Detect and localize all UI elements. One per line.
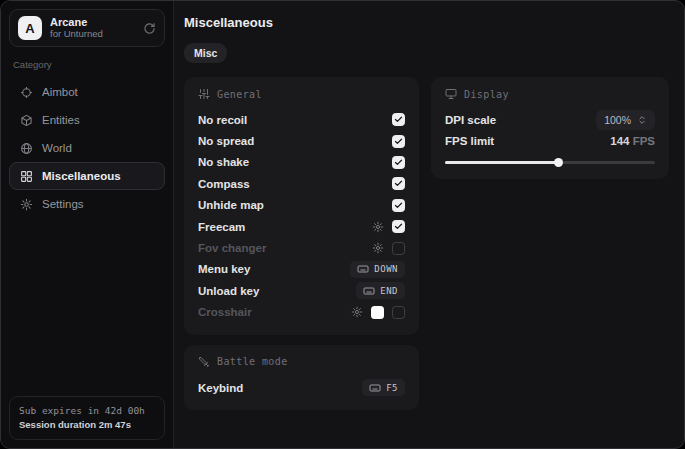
brand-card: A Arcane for Unturned [9, 9, 165, 47]
sidebar-item-label: Miscellaneous [42, 170, 121, 182]
compass-checkbox[interactable] [392, 177, 405, 190]
gear-icon [20, 198, 33, 211]
setting-row-dpi-scale: DPI scale 100% [445, 109, 655, 130]
fov-changer-config-gear-icon[interactable] [372, 242, 384, 254]
keyboard-icon [369, 382, 381, 394]
crosshair-color-swatch[interactable] [371, 306, 384, 319]
category-label: Category [13, 59, 161, 70]
globe-icon [20, 142, 33, 155]
unhide-map-checkbox[interactable] [392, 199, 405, 212]
unload-key-button[interactable]: END [356, 282, 405, 299]
slider-fill [445, 161, 558, 164]
setting-row-crosshair: Crosshair [198, 302, 405, 323]
dpi-scale-select[interactable]: 100% [596, 110, 655, 130]
setting-row-compass: Compass [198, 173, 405, 194]
app-subtitle: for Unturned [50, 29, 135, 40]
panel-display-title: Display [464, 89, 509, 100]
keyboard-icon [357, 263, 369, 275]
sidebar-item-world[interactable]: World [9, 134, 165, 162]
sidebar-item-entities[interactable]: Entities [9, 106, 165, 134]
sidebar-nav: Aimbot Entities World Miscellaneous Sett… [9, 78, 165, 218]
sidebar-item-label: World [42, 142, 72, 154]
no-recoil-checkbox[interactable] [392, 113, 405, 126]
setting-row-no-recoil: No recoil [198, 109, 405, 130]
sidebar-item-settings[interactable]: Settings [9, 190, 165, 218]
sidebar: A Arcane for Unturned Category Aimbot En… [1, 1, 174, 448]
sub-expiry-text: Sub expires in 42d 00h [19, 404, 155, 418]
sync-icon[interactable] [143, 22, 156, 35]
no-spread-checkbox[interactable] [392, 135, 405, 148]
main-content: Miscellaneous Misc General No recoil [174, 1, 684, 448]
chevron-up-down-icon [637, 115, 647, 125]
menu-key-button[interactable]: DOWN [350, 261, 405, 278]
sidebar-item-miscellaneous[interactable]: Miscellaneous [9, 162, 165, 190]
setting-row-unhide-map: Unhide map [198, 195, 405, 216]
sidebar-item-label: Aimbot [42, 86, 78, 98]
crosshair-checkbox[interactable] [392, 306, 405, 319]
app-title: Arcane [50, 16, 135, 29]
setting-row-menu-key: Menu key DOWN [198, 259, 405, 280]
freecam-config-gear-icon[interactable] [372, 221, 384, 233]
sidebar-item-aimbot[interactable]: Aimbot [9, 78, 165, 106]
panel-display: Display DPI scale 100% FPS limit 144 [431, 77, 669, 179]
setting-row-fov-changer: Fov changer [198, 237, 405, 258]
keyboard-icon [363, 285, 375, 297]
session-duration-text: Session duration 2m 47s [19, 418, 155, 432]
setting-row-freecam: Freecam [198, 216, 405, 237]
setting-row-fps-limit: FPS limit 144 FPS [445, 130, 655, 151]
no-shake-checkbox[interactable] [392, 156, 405, 169]
app-logo: A [18, 16, 42, 40]
sliders-icon [198, 88, 210, 100]
fps-limit-slider[interactable] [445, 158, 655, 167]
fov-changer-checkbox[interactable] [392, 242, 405, 255]
setting-row-keybind: Keybind F5 [198, 377, 405, 398]
sidebar-item-label: Settings [42, 198, 84, 210]
sidebar-item-label: Entities [42, 114, 80, 126]
grid-icon [20, 170, 33, 183]
slider-thumb[interactable] [554, 158, 563, 167]
setting-row-no-shake: No shake [198, 152, 405, 173]
panel-battle-mode-title: Battle mode [217, 356, 288, 367]
panel-general-title: General [217, 89, 262, 100]
subscription-info: Sub expires in 42d 00h Session duration … [9, 396, 165, 441]
page-title: Miscellaneous [184, 15, 669, 30]
setting-row-unload-key: Unload key END [198, 280, 405, 301]
app-window: A Arcane for Unturned Category Aimbot En… [0, 0, 685, 449]
freecam-checkbox[interactable] [392, 220, 405, 233]
battle-keybind-button[interactable]: F5 [362, 379, 405, 396]
crosshair-icon [20, 86, 33, 99]
tab-misc[interactable]: Misc [184, 43, 227, 63]
crosshair-config-gear-icon[interactable] [351, 306, 363, 318]
cube-icon [20, 114, 33, 127]
setting-row-no-spread: No spread [198, 130, 405, 151]
panel-battle-mode: Battle mode Keybind F5 [184, 345, 419, 410]
monitor-icon [445, 88, 457, 100]
fps-limit-value: 144 FPS [610, 135, 655, 147]
panel-general: General No recoil No spread No shake [184, 77, 419, 335]
tab-bar: Misc [184, 43, 669, 63]
sword-icon [198, 356, 210, 368]
